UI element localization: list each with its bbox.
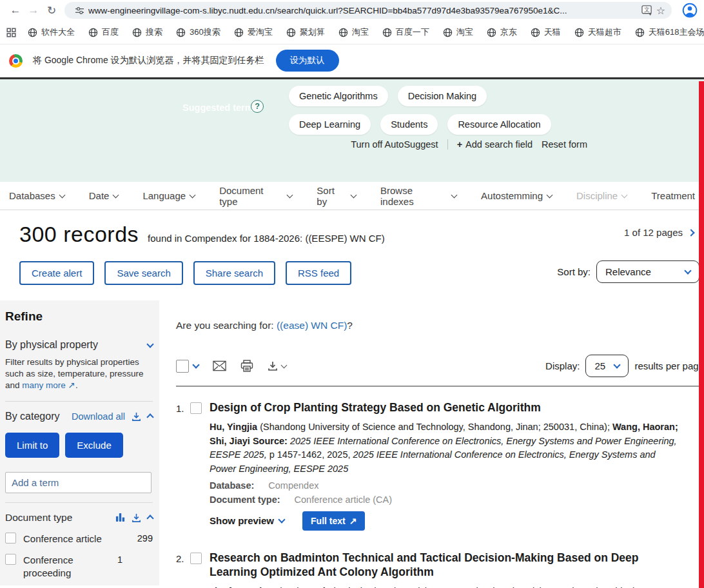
filter-discipline: Discipline — [576, 190, 627, 201]
add-term-input[interactable] — [5, 472, 152, 493]
filter-databases[interactable]: Databases — [9, 190, 64, 201]
share-search-button[interactable]: Share search — [193, 261, 275, 285]
chevron-right-icon[interactable] — [687, 229, 694, 236]
bookmark-item[interactable]: 软件大全 — [28, 26, 75, 38]
reload-icon[interactable]: ↻ — [43, 4, 61, 17]
bar-chart-icon[interactable] — [115, 513, 125, 522]
download-icon[interactable] — [268, 360, 286, 371]
pagination[interactable]: 1 of 12 pages — [624, 227, 694, 238]
rss-feed-button[interactable]: RSS feed — [286, 261, 351, 285]
filter-treatment[interactable]: Treatment — [651, 190, 704, 201]
result-byline: Jianfeng, Shen (Institute of Physical Ed… — [210, 585, 682, 588]
filter-browse-indexes[interactable]: Browse indexes — [380, 185, 456, 207]
print-icon[interactable] — [240, 360, 253, 372]
bookmark-label: 天猫超市 — [588, 26, 621, 38]
facet-label[interactable]: Conference article — [23, 533, 130, 545]
bookmark-item[interactable]: 爱淘宝 — [234, 26, 273, 38]
save-search-button[interactable]: Save search — [104, 261, 182, 285]
exclude-button[interactable]: Exclude — [65, 433, 122, 458]
result-item: 2. Research on Badminton Technical and T… — [176, 551, 704, 588]
download-icon[interactable] — [132, 411, 141, 422]
filter-date[interactable]: Date — [89, 190, 119, 201]
bookmarks-bar: 软件大全 百度 搜索 360搜索 爱淘宝 聚划算 淘宝 百度一下 淘宝 京东 天… — [0, 21, 704, 44]
display-select[interactable]: 25 — [585, 355, 629, 377]
chevron-up-icon[interactable] — [146, 413, 153, 420]
facet-checkbox[interactable] — [5, 533, 16, 544]
download-all-link[interactable]: Download all — [72, 411, 125, 422]
suggested-term-pill[interactable]: Resource Allocation — [447, 114, 551, 135]
result-checkbox[interactable] — [190, 553, 202, 564]
site-settings-icon[interactable] — [75, 6, 84, 15]
suggested-terms-label: Suggested terms — [182, 103, 259, 113]
bookmark-item[interactable]: 天猫618主会场 — [635, 26, 704, 38]
limit-to-button[interactable]: Limit to — [5, 433, 59, 458]
chevron-down-icon — [451, 191, 458, 198]
show-preview-toggle[interactable]: Show preview — [210, 515, 284, 526]
set-default-button[interactable]: 设为默认 — [276, 50, 339, 72]
chevron-down-icon[interactable] — [192, 361, 199, 368]
help-icon[interactable]: ? — [251, 100, 264, 113]
result-title[interactable]: Design of Crop Planting Strategy Based o… — [210, 401, 682, 415]
suggested-term-pill[interactable]: Students — [380, 114, 438, 135]
filter-language[interactable]: Language — [142, 190, 195, 201]
apps-grid-icon[interactable] — [6, 28, 16, 37]
bookmark-item[interactable]: 淘宝 — [338, 26, 369, 38]
bookmark-label: 百度 — [102, 26, 119, 38]
bookmark-item[interactable]: 搜索 — [132, 26, 162, 38]
bookmark-item[interactable]: 360搜索 — [176, 26, 220, 38]
reset-form-link[interactable]: Reset form — [542, 139, 587, 150]
result-database: Database:Compendex — [210, 480, 682, 491]
bookmark-item[interactable]: 淘宝 — [443, 26, 473, 38]
chevron-down-icon[interactable] — [146, 340, 153, 348]
suggested-term-pill[interactable]: Deep Learning — [289, 114, 371, 135]
profile-avatar-icon[interactable] — [682, 3, 698, 18]
bookmark-item[interactable]: 天猫 — [531, 26, 561, 38]
bookmark-star-icon[interactable]: ☆ — [656, 5, 665, 17]
search-form-links: Turn off AutoSuggest +Add search field R… — [351, 139, 587, 150]
result-title[interactable]: Research on Badminton Technical and Tact… — [210, 551, 651, 580]
bookmark-item[interactable]: 百度一下 — [382, 26, 429, 38]
create-alert-button[interactable]: Create alert — [19, 261, 94, 285]
bookmark-item[interactable]: 京东 — [487, 26, 517, 38]
display-label: Display: — [545, 360, 580, 371]
back-icon[interactable]: ← — [6, 4, 24, 17]
turn-off-autosuggest-link[interactable]: Turn off AutoSuggest — [351, 139, 438, 150]
address-bar[interactable]: www-engineeringvillage-com-s.libyc.nudt.… — [64, 2, 672, 19]
filter-sort-by[interactable]: Sort by — [317, 185, 356, 207]
many-more-link[interactable]: many more — [22, 380, 66, 390]
divider — [5, 401, 153, 402]
bookmark-item[interactable]: 百度 — [88, 26, 119, 38]
chevron-down-icon — [614, 361, 621, 368]
suggested-term-pill[interactable]: Decision Making — [398, 86, 487, 106]
physical-property-section-title[interactable]: By physical property — [5, 339, 98, 351]
results-toolbar: Display: 25 results per page — [176, 355, 704, 377]
translate-icon[interactable]: 文 — [641, 5, 652, 16]
chevron-up-icon[interactable] — [146, 514, 153, 522]
email-icon[interactable] — [213, 360, 226, 371]
forward-icon[interactable]: → — [24, 4, 43, 17]
suggested-query-link[interactable]: ((ease) WN CF) — [277, 320, 347, 331]
external-link-icon: ↗ — [68, 380, 75, 390]
pagination-text: 1 of 12 pages — [624, 227, 683, 238]
facet-checkbox[interactable] — [5, 554, 16, 565]
result-item: 1. Design of Crop Planting Strategy Base… — [176, 401, 704, 531]
download-icon[interactable] — [132, 513, 141, 523]
suggested-term-pill[interactable]: Genetic Algorithms — [289, 86, 388, 106]
facet-row: Conference article 299 — [5, 533, 153, 545]
filter-autostemming[interactable]: Autostemming — [481, 190, 552, 201]
select-all-checkbox[interactable] — [176, 360, 189, 373]
chevron-down-icon[interactable] — [281, 362, 288, 368]
refine-title: Refine — [5, 309, 153, 324]
chevron-down-icon — [547, 191, 553, 198]
bookmark-item[interactable]: 天猫超市 — [574, 26, 621, 38]
url-text[interactable]: www-engineeringvillage-com-s.libyc.nudt.… — [88, 6, 638, 15]
add-search-field-link[interactable]: +Add search field — [457, 139, 533, 150]
result-checkbox[interactable] — [190, 402, 202, 414]
sort-select[interactable]: Relevance — [596, 260, 699, 283]
svg-text:文: 文 — [644, 6, 650, 13]
filter-document-type[interactable]: Document type — [219, 185, 292, 207]
facet-label[interactable]: Conference proceeding — [23, 554, 110, 579]
full-text-button[interactable]: Full text ↗ — [302, 511, 365, 531]
sort-control: Sort by: Relevance — [557, 260, 699, 283]
bookmark-item[interactable]: 聚划算 — [286, 26, 325, 38]
